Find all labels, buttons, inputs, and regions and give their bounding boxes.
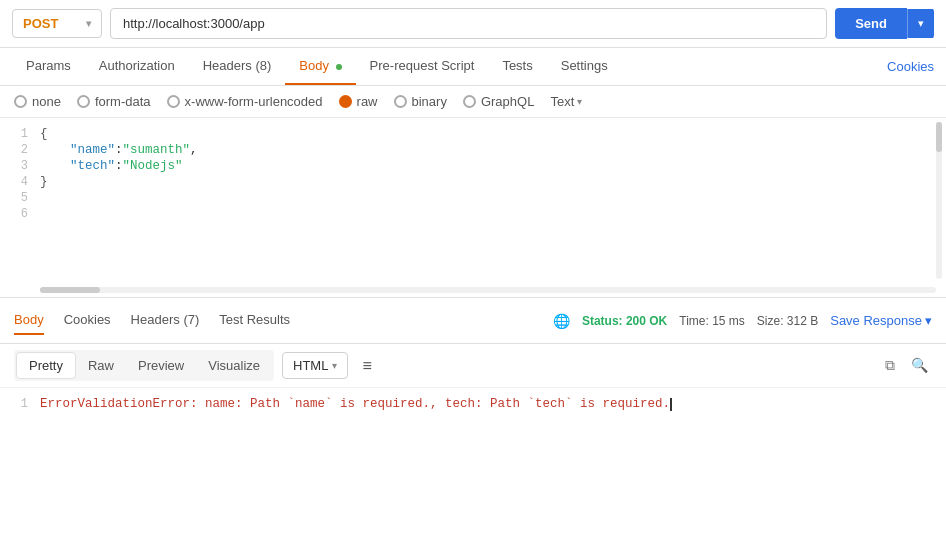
wrap-button[interactable]: ≡	[354, 352, 379, 380]
line-number: 3	[0, 159, 40, 173]
line-number: 4	[0, 175, 40, 189]
tab-prerequest[interactable]: Pre-request Script	[356, 48, 489, 85]
radio-urlencoded-icon	[167, 95, 180, 108]
radio-formdata-icon	[77, 95, 90, 108]
editor-line-6: 6	[0, 206, 946, 222]
request-tabs: Params Authorization Headers (8) Body Pr…	[0, 48, 946, 86]
method-label: POST	[23, 16, 58, 31]
line-content: {	[40, 127, 946, 141]
editor-line-5: 5	[0, 190, 946, 206]
resp-tab-body[interactable]: Body	[14, 306, 44, 335]
line-content	[40, 191, 946, 205]
tab-settings[interactable]: Settings	[547, 48, 622, 85]
response-tabs: Body Cookies Headers (7) Test Results 🌐 …	[0, 298, 946, 344]
vertical-scrollbar[interactable]	[936, 122, 942, 279]
resp-headers-badge: (7)	[183, 312, 199, 327]
response-view-row: Pretty Raw Preview Visualize HTML ▾ ≡ ⧉ …	[0, 344, 946, 388]
line-number: 5	[0, 191, 40, 205]
view-pretty-button[interactable]: Pretty	[16, 352, 76, 379]
line-content	[40, 207, 946, 221]
url-bar: POST ▾ Send ▾	[0, 0, 946, 48]
body-dot-indicator	[336, 64, 342, 70]
search-icon[interactable]: 🔍	[907, 353, 932, 378]
resp-tab-headers[interactable]: Headers (7)	[131, 306, 200, 335]
editor-line-4: 4 }	[0, 174, 946, 190]
option-binary[interactable]: binary	[394, 94, 447, 109]
text-format-select[interactable]: Text ▾	[550, 94, 582, 109]
line-content: }	[40, 175, 946, 189]
request-body-editor[interactable]: 1 { 2 "name":"sumanth", 3 "tech":"Nodejs…	[0, 118, 946, 298]
text-chevron-icon: ▾	[577, 96, 582, 107]
method-chevron-icon: ▾	[86, 18, 91, 29]
scrollbar-thumb	[936, 122, 942, 152]
send-button[interactable]: Send	[835, 8, 907, 39]
option-graphql[interactable]: GraphQL	[463, 94, 534, 109]
line-content: "name":"sumanth",	[40, 143, 946, 157]
time-badge: Time: 15 ms	[679, 314, 745, 328]
resp-line-1: 1 ErrorValidationError: name: Path `name…	[0, 396, 946, 412]
editor-line-3: 3 "tech":"Nodejs"	[0, 158, 946, 174]
view-visualize-button[interactable]: Visualize	[196, 353, 272, 378]
send-dropdown-button[interactable]: ▾	[907, 9, 934, 38]
copy-icon[interactable]: ⧉	[881, 353, 899, 378]
body-options-row: none form-data x-www-form-urlencoded raw…	[0, 86, 946, 118]
line-content: "tech":"Nodejs"	[40, 159, 946, 173]
response-meta: 🌐 Status: 200 OK Time: 15 ms Size: 312 B…	[553, 313, 932, 329]
editor-line-1: 1 {	[0, 126, 946, 142]
radio-none-icon	[14, 95, 27, 108]
radio-graphql-icon	[463, 95, 476, 108]
save-response-chevron-icon: ▾	[925, 313, 932, 328]
method-select[interactable]: POST ▾	[12, 9, 102, 38]
resp-tab-cookies[interactable]: Cookies	[64, 306, 111, 335]
view-preview-button[interactable]: Preview	[126, 353, 196, 378]
radio-binary-icon	[394, 95, 407, 108]
status-badge: Status: 200 OK	[582, 314, 667, 328]
tab-authorization[interactable]: Authorization	[85, 48, 189, 85]
option-urlencoded[interactable]: x-www-form-urlencoded	[167, 94, 323, 109]
line-number: 1	[0, 127, 40, 141]
radio-raw-icon	[339, 95, 352, 108]
format-select[interactable]: HTML ▾	[282, 352, 348, 379]
line-number: 2	[0, 143, 40, 157]
tab-body[interactable]: Body	[285, 48, 355, 85]
globe-icon: 🌐	[553, 313, 570, 329]
horizontal-scrollbar[interactable]	[40, 287, 936, 293]
line-number: 6	[0, 207, 40, 221]
response-output: 1 ErrorValidationError: name: Path `name…	[0, 388, 946, 468]
headers-badge: (8)	[255, 58, 271, 73]
send-button-group: Send ▾	[835, 8, 934, 39]
view-raw-button[interactable]: Raw	[76, 353, 126, 378]
view-btn-group: Pretty Raw Preview Visualize	[14, 350, 274, 381]
resp-content: ErrorValidationError: name: Path `name` …	[40, 397, 672, 411]
cookies-link[interactable]: Cookies	[887, 49, 934, 84]
format-chevron-icon: ▾	[332, 360, 337, 371]
scrollbar-thumb	[40, 287, 100, 293]
option-form-data[interactable]: form-data	[77, 94, 151, 109]
size-badge: Size: 312 B	[757, 314, 818, 328]
tab-tests[interactable]: Tests	[488, 48, 546, 85]
resp-tab-testresults[interactable]: Test Results	[219, 306, 290, 335]
line-number: 1	[0, 397, 40, 411]
response-icons: ⧉ 🔍	[881, 353, 932, 378]
save-response-button[interactable]: Save Response ▾	[830, 313, 932, 328]
tab-params[interactable]: Params	[12, 48, 85, 85]
url-input[interactable]	[110, 8, 827, 39]
editor-line-2: 2 "name":"sumanth",	[0, 142, 946, 158]
tab-headers[interactable]: Headers (8)	[189, 48, 286, 85]
option-raw[interactable]: raw	[339, 94, 378, 109]
option-none[interactable]: none	[14, 94, 61, 109]
